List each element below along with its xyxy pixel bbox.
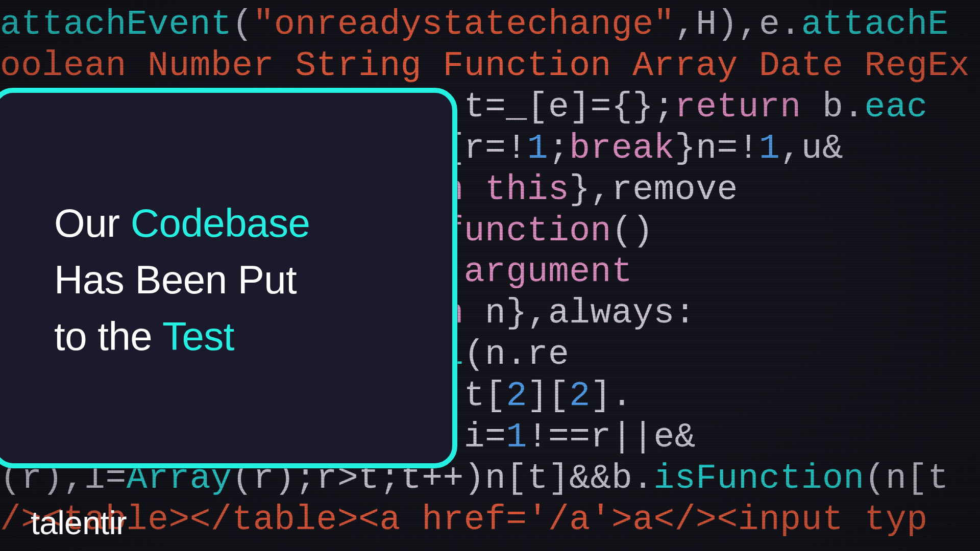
headline-accent: Codebase	[131, 201, 310, 245]
code-line: attachEvent("onreadystatechange",H),e.at…	[0, 4, 980, 45]
headline-text: Our Codebase Has Been Put to the Test	[54, 195, 406, 364]
headline-card: Our Codebase Has Been Put to the Test	[0, 88, 457, 468]
headline-accent: Test	[162, 314, 234, 359]
code-line: /><table></table><a href='/a'>a</><input…	[0, 499, 980, 541]
code-line: oolean Number String Function Array Date…	[0, 45, 980, 87]
headline-part: Our	[54, 201, 131, 245]
brand-logo: talentir	[31, 504, 127, 542]
headline-part: Has Been Put	[54, 257, 297, 302]
headline-part: to the	[54, 314, 162, 359]
